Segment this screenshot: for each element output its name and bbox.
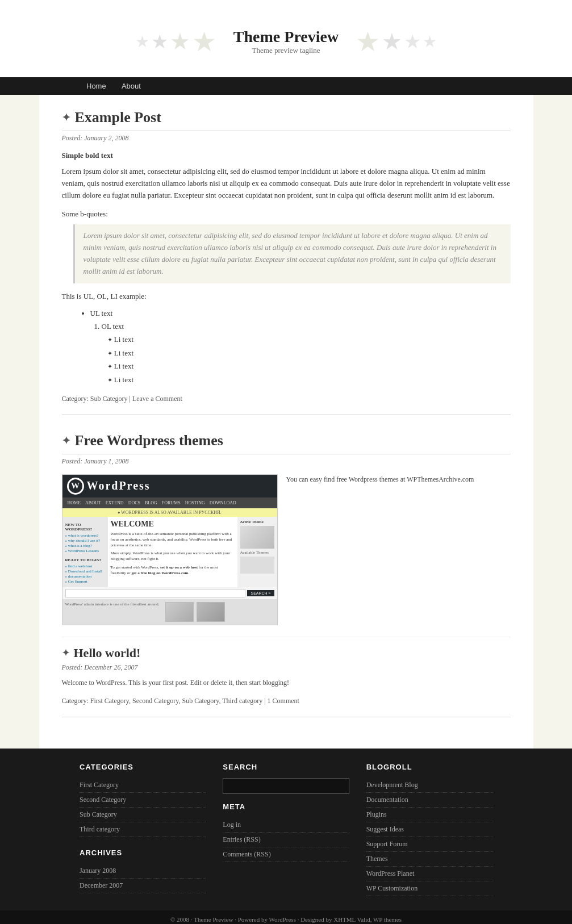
wp-name: WordPress xyxy=(87,479,151,492)
meta-link-comments[interactable]: Comments (RSS) xyxy=(223,850,270,858)
blogroll-link-4[interactable]: Suggest Ideas xyxy=(366,825,404,833)
wp-right-col: Active Theme Available Themes xyxy=(237,517,277,587)
archive-item-1: January 2008 xyxy=(80,864,206,879)
search-title: SEARCH xyxy=(223,763,349,771)
widget-search-meta: SEARCH META Log in Entries (RSS) Comment… xyxy=(223,763,349,896)
wp-search-button[interactable]: SEARCH » xyxy=(247,590,274,596)
post-title-icon-wp: ✦ xyxy=(62,434,70,447)
blogroll-link-8[interactable]: WP Customization xyxy=(366,884,418,892)
post-footer-wordpress: Category: First Category, Second Categor… xyxy=(62,697,511,705)
main-nav: Home About xyxy=(0,77,572,95)
wp-sidebar-left: NEW TO WORDPRESS? » what is wordpress? »… xyxy=(62,517,108,587)
hello-world-title: ✦ Hello world! xyxy=(62,646,511,660)
meta-item-3: Comments (RSS) xyxy=(223,847,349,862)
category-item-2: Second Category xyxy=(80,793,206,808)
wp-nav-bar: HOME ABOUT EXTEND DOCS BLOG FORUMS HOSTI… xyxy=(62,497,277,508)
post-date-wordpress: Posted: January 1, 2008 xyxy=(62,457,511,466)
post-example: ✦ Example Post Posted: January 2, 2008 S… xyxy=(62,109,511,415)
copyright-text: © 2008 · Theme Preview · Powered by Word… xyxy=(170,916,402,923)
wp-body: NEW TO WORDPRESS? » what is wordpress? »… xyxy=(62,517,277,587)
site-header: ★ ★ ★ ★ Theme Preview Theme preview tagl… xyxy=(0,0,572,77)
post-title-icon: ✦ xyxy=(62,111,70,124)
ol-item: OL text xyxy=(102,320,511,333)
category-link-3[interactable]: Sub Category xyxy=(80,810,117,818)
site-title: Theme Preview xyxy=(233,28,339,46)
list-example-label: This is UL, OL, LI example: xyxy=(62,292,511,301)
blogroll-item-1: Development Blog xyxy=(366,778,492,793)
li-item-2: ✦ Li text xyxy=(107,346,511,359)
archive-link-1[interactable]: January 2008 xyxy=(80,867,116,875)
blogroll-list: Development Blog Documentation Plugins S… xyxy=(366,778,492,896)
post-title-example: ✦ Example Post xyxy=(62,109,511,131)
blogroll-link-3[interactable]: Plugins xyxy=(366,810,387,818)
archive-item-2: December 2007 xyxy=(80,879,206,893)
archive-link-2[interactable]: December 2007 xyxy=(80,881,123,889)
wp-search-input[interactable] xyxy=(65,589,246,597)
post-footer-example: Category: Sub Category | Leave a Comment xyxy=(62,395,511,403)
blogroll-item-2: Documentation xyxy=(366,793,492,808)
category-link-4[interactable]: Third category xyxy=(80,825,120,833)
category-link-2[interactable]: Second Category xyxy=(80,796,126,804)
wp-logo: W WordPress xyxy=(67,478,151,495)
hello-world-icon: ✦ xyxy=(62,647,69,658)
blogroll-link-1[interactable]: Development Blog xyxy=(366,781,418,789)
wp-notice: ♦ WORDPRESS IS ALSO AVAILABLE IN РУССКИЙ… xyxy=(62,508,277,517)
blogroll-item-4: Suggest Ideas xyxy=(366,822,492,837)
meta-link-login[interactable]: Log in xyxy=(223,821,241,829)
meta-title: META xyxy=(223,802,349,811)
meta-item-1: Log in xyxy=(223,818,349,833)
footer-widgets: CATEGORIES First Category Second Categor… xyxy=(0,749,572,910)
archives-title: ARCHIVES xyxy=(80,848,206,857)
blogroll-link-5[interactable]: Support Forum xyxy=(366,840,408,848)
post-date-example: Posted: January 2, 2008 xyxy=(62,134,511,143)
meta-item-2: Entries (RSS) xyxy=(223,833,349,847)
blogroll-link-6[interactable]: Themes xyxy=(366,855,388,863)
category-item-1: First Category xyxy=(80,778,206,793)
nav-about[interactable]: About xyxy=(115,77,148,95)
wp-text-col: You can easy find free Wordpress themes … xyxy=(286,474,511,625)
site-tagline: Theme preview tagline xyxy=(233,46,339,55)
wp-thumb-2 xyxy=(197,602,225,622)
footer-bar: © 2008 · Theme Preview · Powered by Word… xyxy=(0,910,572,924)
wp-screenshots-bottom: WordPress' admin interface is one of the… xyxy=(62,599,277,625)
post-title-wordpress: ✦ Free Wordpress themes xyxy=(62,432,511,454)
meta-list: Log in Entries (RSS) Comments (RSS) xyxy=(223,818,349,862)
widget-blogroll: BLOGROLL Development Blog Documentation … xyxy=(366,763,492,896)
blogroll-item-7: WordPress Planet xyxy=(366,867,492,881)
blogroll-link-7[interactable]: WordPress Planet xyxy=(366,869,415,877)
widget-categories: CATEGORIES First Category Second Categor… xyxy=(80,763,206,896)
wp-thumb-1 xyxy=(165,602,194,622)
search-input[interactable] xyxy=(223,778,349,794)
wp-main-area: WELCOME WordPress is a state-of-the-art … xyxy=(108,517,237,587)
li-item-4: ✦ Li text xyxy=(107,373,511,386)
category-item-4: Third category xyxy=(80,822,206,837)
hello-world-body: Welcome to WordPress. This is your first… xyxy=(62,678,511,688)
blogroll-item-8: WP Customization xyxy=(366,881,492,896)
archives-list: January 2008 December 2007 xyxy=(80,864,206,893)
blockquote-label: Some b-quotes: xyxy=(62,210,511,219)
categories-list: First Category Second Category Sub Categ… xyxy=(80,778,206,837)
search-widget xyxy=(223,778,349,794)
nav-home[interactable]: Home xyxy=(80,77,113,95)
meta-link-entries[interactable]: Entries (RSS) xyxy=(223,835,260,843)
li-item-3: ✦ Li text xyxy=(107,359,511,373)
blockquote: Lorem ipsum dolor sit amet, consectetur … xyxy=(73,224,511,283)
blogroll-link-2[interactable]: Documentation xyxy=(366,796,408,804)
post-lists: UL text OL text ✦ Li text ✦ Li text ✦ Li… xyxy=(79,307,511,386)
hello-world-date: Posted: December 26, 2007 xyxy=(62,663,511,672)
categories-title: CATEGORIES xyxy=(80,763,206,771)
blogroll-item-3: Plugins xyxy=(366,808,492,822)
post-body-example: Lorem ipsum dolor sit amet, consectetur … xyxy=(62,166,511,201)
wp-post-content: W WordPress HOME ABOUT EXTEND DOCS BLOG … xyxy=(62,474,511,625)
wp-header: W WordPress xyxy=(62,475,277,497)
blogroll-item-5: Support Forum xyxy=(366,837,492,852)
wp-search-bar: SEARCH » xyxy=(62,587,277,599)
post-wordpress: ✦ Free Wordpress themes Posted: January … xyxy=(62,432,511,717)
hello-world-aside: ✦ Hello world! Posted: December 26, 2007… xyxy=(62,637,511,688)
blogroll-item-6: Themes xyxy=(366,852,492,867)
post-bold-text: Simple bold text xyxy=(62,151,511,160)
category-item-3: Sub Category xyxy=(80,808,206,822)
li-item-1: ✦ Li text xyxy=(107,333,511,346)
wp-theme-preview xyxy=(240,526,274,549)
category-link-1[interactable]: First Category xyxy=(80,781,119,789)
